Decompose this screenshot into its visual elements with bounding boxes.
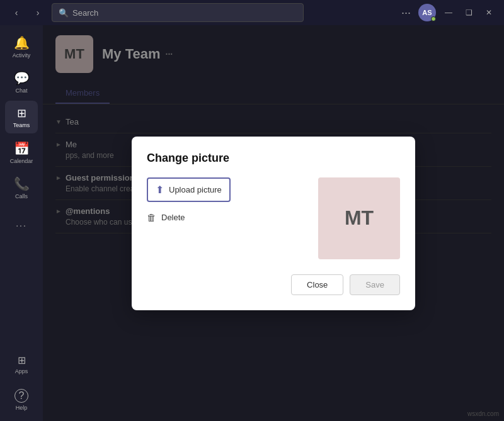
- nav-buttons: ‹ ›: [8, 4, 47, 21]
- sidebar-label-calls: Calls: [15, 193, 28, 199]
- close-button[interactable]: ✕: [481, 5, 496, 20]
- change-picture-dialog: Change picture ⬆ Upload picture 🗑 Delete: [132, 137, 415, 310]
- minimize-button[interactable]: —: [441, 5, 456, 20]
- upload-icon: ⬆: [156, 184, 164, 196]
- sidebar-item-help[interactable]: ? Help: [5, 383, 38, 416]
- search-bar[interactable]: 🔍 Search: [52, 3, 304, 22]
- sidebar-label-help: Help: [16, 405, 28, 411]
- chat-icon: 💬: [14, 70, 30, 86]
- calendar-icon: 📅: [14, 141, 30, 156]
- sidebar-item-calendar[interactable]: 📅 Calendar: [5, 136, 38, 169]
- calls-icon: 📞: [14, 176, 30, 191]
- sidebar-label-teams: Teams: [13, 122, 30, 128]
- more-options-button[interactable]: ···: [399, 4, 413, 22]
- search-icon: 🔍: [59, 8, 69, 18]
- activity-icon: 🔔: [14, 35, 30, 50]
- more-icon: ···: [16, 220, 27, 230]
- dialog-body: ⬆ Upload picture 🗑 Delete MT: [147, 177, 400, 259]
- sidebar-item-apps[interactable]: ⊞ Apps: [5, 348, 38, 381]
- back-button[interactable]: ‹: [8, 4, 25, 21]
- search-placeholder: Search: [72, 8, 98, 18]
- dialog-overlay: Change picture ⬆ Upload picture 🗑 Delete: [43, 25, 504, 421]
- dialog-preview-image: MT: [318, 177, 400, 259]
- user-avatar[interactable]: AS: [418, 4, 436, 21]
- dialog-title: Change picture: [147, 152, 400, 165]
- sidebar-item-more[interactable]: ···: [5, 209, 38, 242]
- teams-icon: ⊞: [17, 106, 26, 120]
- dialog-footer: Close Save: [147, 274, 400, 295]
- sidebar-item-teams[interactable]: ⊞ Teams: [5, 101, 38, 133]
- sidebar: 🔔 Activity 💬 Chat ⊞ Teams 📅 Calendar 📞 C…: [0, 25, 43, 421]
- sidebar-label-calendar: Calendar: [10, 158, 33, 164]
- dialog-actions: ⬆ Upload picture 🗑 Delete: [147, 177, 306, 259]
- title-bar: ‹ › 🔍 Search ··· AS — ❑ ✕: [0, 0, 504, 25]
- restore-button[interactable]: ❑: [461, 5, 476, 20]
- main-content: MT My Team ··· Members ▼ Tea ►: [43, 25, 504, 421]
- delete-picture-button[interactable]: 🗑 Delete: [147, 210, 306, 225]
- upload-picture-button[interactable]: ⬆ Upload picture: [147, 177, 231, 202]
- help-icon: ?: [14, 389, 28, 403]
- forward-button[interactable]: ›: [29, 4, 47, 21]
- presence-badge: [431, 16, 436, 21]
- sidebar-label-activity: Activity: [13, 52, 31, 59]
- title-bar-actions: ··· AS — ❑ ✕: [399, 4, 496, 22]
- sidebar-item-activity[interactable]: 🔔 Activity: [5, 30, 38, 63]
- sidebar-item-calls[interactable]: 📞 Calls: [5, 171, 38, 204]
- dialog-save-button[interactable]: Save: [350, 274, 400, 295]
- sidebar-item-chat[interactable]: 💬 Chat: [5, 65, 38, 98]
- trash-icon: 🗑: [147, 212, 156, 223]
- dialog-close-button[interactable]: Close: [291, 274, 343, 295]
- sidebar-label-apps: Apps: [15, 368, 28, 374]
- apps-icon: ⊞: [18, 354, 26, 366]
- app-body: 🔔 Activity 💬 Chat ⊞ Teams 📅 Calendar 📞 C…: [0, 25, 504, 421]
- sidebar-label-chat: Chat: [15, 87, 27, 94]
